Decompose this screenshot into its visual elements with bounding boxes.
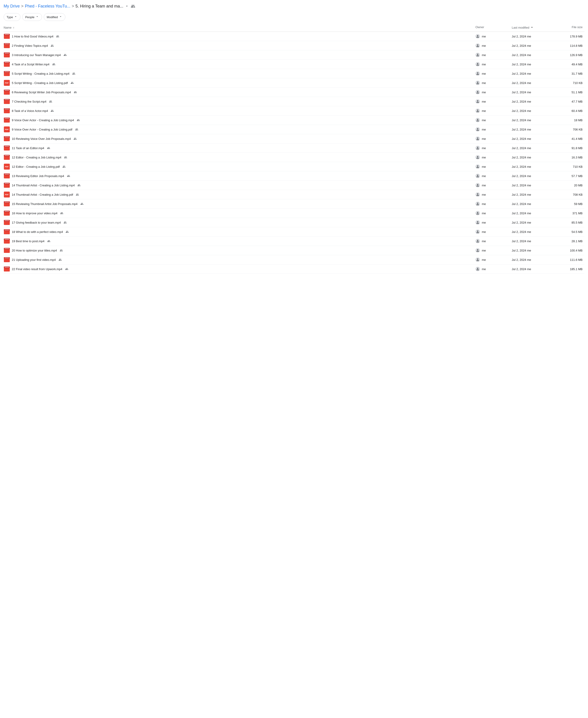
size-cell: 710 KB	[557, 165, 584, 168]
file-name-cell: 6 Reviewing Script Writer Job Proposals.…	[4, 89, 476, 95]
owner-cell: me	[476, 173, 512, 178]
type-filter-label: Type	[6, 16, 13, 19]
owner-name: me	[482, 44, 486, 47]
file-name-cell: 19 Best time to post.mp4	[4, 238, 476, 244]
owner-avatar	[476, 258, 480, 262]
modified-cell: Jul 2, 2024 me	[512, 100, 557, 103]
video-file-icon	[4, 117, 10, 123]
col-header-modified[interactable]: Last modified	[512, 25, 557, 30]
modified-cell: Jul 2, 2024 me	[512, 240, 557, 243]
owner-cell: me	[476, 183, 512, 187]
file-name: 10 Reviewing Voice Over Job Proposals.mp…	[12, 137, 71, 141]
table-header: Name ↑ Owner Last modified File size	[4, 24, 584, 32]
table-row[interactable]: 3 Introducing our Team Manager.mp4 me Ju…	[4, 50, 584, 60]
video-file-icon	[4, 219, 10, 226]
table-row[interactable]: PDF 12 Editor - Creating a Job Listing.p…	[4, 162, 584, 171]
people-filter-button[interactable]: People	[22, 13, 42, 21]
video-file-icon	[4, 61, 10, 67]
video-file-icon	[4, 266, 10, 272]
table-row[interactable]: 2 Finding Video Topics.mp4 me Jul 2, 202…	[4, 41, 584, 50]
owner-name: me	[482, 267, 486, 271]
shared-icon	[77, 184, 81, 187]
table-row[interactable]: 18 What to do with a perfect video.mp4 m…	[4, 227, 584, 237]
modified-filter-button[interactable]: Modified	[44, 13, 65, 21]
file-name-cell: PDF 12 Editor - Creating a Job Listing.p…	[4, 163, 476, 170]
shared-icon	[60, 211, 63, 215]
modified-filter-label: Modified	[47, 16, 58, 19]
owner-name: me	[482, 109, 486, 112]
breadcrumb-my-drive[interactable]: My Drive	[4, 4, 20, 8]
modified-cell: Jul 2, 2024 me	[512, 109, 557, 112]
file-name-cell: 22 Final video result from Upwork.mp4	[4, 266, 476, 272]
table-row[interactable]: 10 Reviewing Voice Over Job Proposals.mp…	[4, 134, 584, 143]
file-name: 14 Thumbnail Artist - Creating a Job Lis…	[12, 193, 73, 196]
shared-icon	[72, 72, 75, 75]
table-row[interactable]: 17 Giving feedback to your team.mp4 me J…	[4, 218, 584, 227]
video-file-icon	[4, 108, 10, 114]
table-row[interactable]: 15 Reviewing Thumbnail Artist Job Propos…	[4, 199, 584, 209]
modified-cell: Jul 2, 2024 me	[512, 35, 557, 38]
type-filter-button[interactable]: Type	[4, 13, 20, 21]
table-row[interactable]: 19 Best time to post.mp4 me Jul 2, 2024 …	[4, 237, 584, 246]
size-cell: 706 KB	[557, 128, 584, 131]
modified-cell: Jul 2, 2024 me	[512, 258, 557, 262]
table-row[interactable]: 16 How to improve your video.mp4 me Jul …	[4, 209, 584, 218]
table-row[interactable]: 6 Reviewing Script Writer Job Proposals.…	[4, 88, 584, 97]
table-row[interactable]: PDF 14 Thumbnail Artist - Creating a Job…	[4, 190, 584, 199]
owner-name: me	[482, 230, 486, 233]
table-row[interactable]: 9 Voice Over Actor - Creating a Job List…	[4, 116, 584, 125]
shared-icon	[74, 137, 77, 140]
table-row[interactable]: 7 Checking the Script.mp4 me Jul 2, 2024…	[4, 97, 584, 106]
owner-cell: me	[476, 155, 512, 160]
modified-cell: Jul 2, 2024 me	[512, 156, 557, 159]
size-cell: 126.9 MB	[557, 53, 584, 57]
people-filter-chevron	[36, 15, 39, 19]
table-row[interactable]: 21 Uploading your first video.mp4 me Jul…	[4, 255, 584, 264]
table-row[interactable]: 22 Final video result from Upwork.mp4 me…	[4, 264, 584, 274]
pdf-file-icon: PDF	[4, 191, 10, 198]
shared-icon	[59, 258, 62, 261]
owner-cell: me	[476, 220, 512, 225]
table-row[interactable]: 11 Task of an Editor.mp4 me Jul 2, 2024 …	[4, 143, 584, 153]
file-name-cell: 4 Task of a Script Writer.mp4	[4, 61, 476, 67]
table-row[interactable]: 4 Task of a Script Writer.mp4 me Jul 2, …	[4, 60, 584, 69]
table-row[interactable]: 20 How to optimize your titles.mp4 me Ju…	[4, 246, 584, 255]
file-name-cell: 16 How to improve your video.mp4	[4, 210, 476, 216]
shared-icon	[47, 240, 50, 243]
owner-avatar	[476, 90, 480, 95]
filter-bar: Type People Modified	[4, 11, 584, 24]
owner-cell: me	[476, 248, 512, 253]
modified-cell: Jul 2, 2024 me	[512, 221, 557, 224]
table-row[interactable]: 8 Task of a Voice Actor.mp4 me Jul 2, 20…	[4, 106, 584, 116]
shared-icon	[80, 202, 84, 205]
breadcrumb-current-label: 5. Hiring a Team and ma...	[75, 4, 123, 8]
col-header-name[interactable]: Name ↑	[4, 25, 476, 30]
breadcrumb-folder-1[interactable]: Phed - Faceless YouTu...	[25, 4, 70, 8]
modified-cell: Jul 2, 2024 me	[512, 119, 557, 122]
table-row[interactable]: 12 Editor - Creating a Job Listing.mp4 m…	[4, 153, 584, 162]
owner-name: me	[482, 72, 486, 75]
file-name: 18 What to do with a perfect video.mp4	[12, 230, 63, 233]
file-name-cell: 14 Thumbnail Artist - Creating a Job Lis…	[4, 182, 476, 188]
owner-avatar	[476, 164, 480, 169]
file-name-cell: PDF 5 Script Writing - Creating a Job Li…	[4, 80, 476, 86]
table-row[interactable]: 14 Thumbnail Artist - Creating a Job Lis…	[4, 181, 584, 190]
owner-cell: me	[476, 258, 512, 262]
table-row[interactable]: PDF 9 Voice Over Actor - Creating a Job …	[4, 125, 584, 134]
breadcrumb: My Drive > Phed - Faceless YouTu... > 5.…	[4, 0, 584, 11]
video-file-icon	[4, 42, 10, 49]
table-row[interactable]: 5 Script Writing - Creating a Job Listin…	[4, 69, 584, 78]
file-name: 20 How to optimize your titles.mp4	[12, 249, 57, 252]
shared-people-icon[interactable]	[130, 4, 135, 8]
file-name: 5 Script Writing - Creating a Job Listin…	[12, 81, 68, 85]
breadcrumb-dropdown-icon[interactable]	[125, 4, 129, 8]
shared-icon	[70, 81, 74, 84]
table-row[interactable]: PDF 5 Script Writing - Creating a Job Li…	[4, 78, 584, 88]
owner-cell: me	[476, 71, 512, 76]
shared-icon	[76, 193, 79, 196]
modified-cell: Jul 2, 2024 me	[512, 230, 557, 233]
table-row[interactable]: 1 How to find Good Videos.mp4 me Jul 2, …	[4, 32, 584, 41]
table-row[interactable]: 13 Reviewing Editor Job Proposals.mp4 me…	[4, 171, 584, 181]
owner-avatar	[476, 229, 480, 234]
shared-icon	[47, 146, 50, 149]
